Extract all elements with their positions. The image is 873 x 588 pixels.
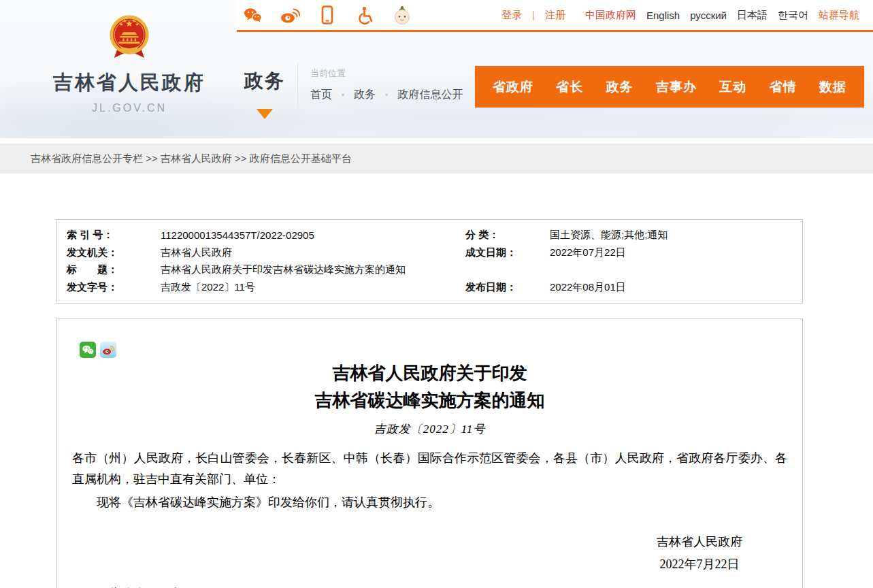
breadcrumb-home[interactable]: 首页	[310, 88, 332, 102]
weibo-share-icon[interactable]	[100, 342, 116, 358]
breadcrumb-separator: •	[385, 91, 388, 100]
lang-korean-link[interactable]: 한국어	[778, 9, 808, 22]
login-link[interactable]: 登录	[501, 9, 522, 22]
meta-value-publish-date: 2022年08月01日	[550, 281, 795, 294]
meta-value-index-no: 1122000013544357T/2022-02905	[161, 229, 465, 241]
nav-item-zhengwu[interactable]: 政务	[606, 78, 633, 96]
meta-value-issuing-agency: 吉林省人民政府	[161, 246, 465, 259]
wechat-icon[interactable]	[242, 5, 263, 25]
document-content-box: 吉林省人民政府关于印发 吉林省碳达峰实施方案的通知 吉政发〔2022〕11号 各…	[56, 318, 803, 588]
lang-japanese-link[interactable]: 日本語	[737, 9, 768, 22]
document-title-line2: 吉林省碳达峰实施方案的通知	[118, 387, 741, 414]
meta-label-publish-date: 发布日期：	[465, 281, 550, 294]
caret-down-icon	[257, 109, 273, 119]
signature-date: 2022年7月22日	[657, 553, 742, 576]
breadcrumb-zhengwu[interactable]: 政务	[354, 88, 376, 102]
breadcrumb: 首页 • 政务 • 政府信息公开	[310, 88, 463, 102]
social-icons	[242, 5, 412, 25]
meta-value-doc-number: 吉政发〔2022〕11号	[161, 281, 465, 294]
current-position-label: 当前位置	[310, 67, 463, 80]
document-number: 吉政发〔2022〕11号	[57, 421, 802, 437]
site-title: 吉林省人民政府	[46, 69, 212, 97]
wechat-share-icon[interactable]	[80, 342, 96, 358]
national-emblem-icon: ★ ★ ★ ★ ★	[108, 14, 150, 65]
current-position: 当前位置 首页 • 政务 • 政府信息公开	[310, 67, 463, 102]
public-release-note: （此件公开发布）	[96, 585, 802, 588]
accessibility-icon[interactable]	[355, 5, 375, 25]
svg-text:★: ★	[122, 18, 127, 23]
main-nav: 省政府 省长 政务 吉事办 互动 省情 数据	[475, 66, 864, 108]
site-group-nav-link[interactable]: 站群导航	[819, 9, 859, 22]
nav-item-province-info[interactable]: 省情	[770, 78, 797, 96]
share-icons	[80, 342, 116, 358]
site-header: ★ ★ ★ ★ ★ 吉林省人民政府 JL.GOV.CN	[0, 0, 873, 138]
svg-text:★: ★	[132, 18, 136, 23]
section-block: 政务	[244, 68, 286, 119]
weibo-icon[interactable]	[280, 5, 300, 25]
meta-value-category: 国土资源、能源;其他;通知	[550, 229, 795, 242]
nav-item-interaction[interactable]: 互动	[719, 78, 746, 96]
lang-russian-link[interactable]: русский	[690, 10, 727, 21]
platform-breadcrumb-text[interactable]: 吉林省政府信息公开专栏 >> 吉林省人民政府 >> 政府信息公开基础平台	[31, 152, 352, 165]
top-utility-bar: 登录 | 注册 中国政府网 English русский 日本語 한국어 站群…	[237, 0, 873, 30]
section-title: 政务	[244, 68, 286, 94]
register-link[interactable]: 注册	[545, 9, 565, 22]
document-meta-table: 索 引 号： 1122000013544357T/2022-02905 分 类：…	[56, 219, 803, 304]
lang-english-link[interactable]: English	[646, 10, 680, 21]
site-logo[interactable]: ★ ★ ★ ★ ★ 吉林省人民政府 JL.GOV.CN	[46, 14, 212, 114]
link-divider: |	[532, 10, 535, 20]
mobile-icon[interactable]	[317, 5, 337, 25]
signature-block: 吉林省人民政府 2022年7月22日	[57, 531, 802, 576]
nav-item-provincial-gov[interactable]: 省政府	[493, 78, 533, 96]
mascot-icon[interactable]	[392, 5, 412, 25]
meta-label-issuing-agency: 发文机关：	[67, 246, 161, 259]
meta-label-written-date: 成文日期：	[465, 246, 550, 259]
document-title-line1: 吉林省人民政府关于印发	[118, 360, 741, 387]
meta-label-title: 标 题：	[67, 263, 161, 276]
platform-breadcrumb-bar: 吉林省政府信息公开专栏 >> 吉林省人民政府 >> 政府信息公开基础平台	[0, 144, 873, 174]
gov-cn-link[interactable]: 中国政府网	[585, 9, 636, 22]
site-domain: JL.GOV.CN	[46, 102, 212, 114]
meta-value-title: 吉林省人民政府关于印发吉林省碳达峰实施方案的通知	[161, 263, 465, 276]
utility-links: 登录 | 注册 中国政府网 English русский 日本語 한국어 站群…	[501, 9, 859, 22]
meta-label-category: 分 类：	[465, 229, 550, 242]
meta-label-index-no: 索 引 号：	[67, 229, 161, 242]
nav-item-jishiban[interactable]: 吉事办	[656, 78, 697, 96]
meta-label-doc-number: 发文字号：	[67, 281, 161, 294]
breadcrumb-separator: •	[342, 91, 344, 100]
nav-item-governor[interactable]: 省长	[556, 78, 583, 96]
document-paragraph-directive: 现将《吉林省碳达峰实施方案》印发给你们，请认真贯彻执行。	[72, 492, 787, 513]
nav-item-data[interactable]: 数据	[819, 78, 846, 96]
page-root: ★ ★ ★ ★ ★ 吉林省人民政府 JL.GOV.CN	[0, 0, 873, 588]
document-body: 各市（州）人民政府，长白山管委会，长春新区、中韩（长春）国际合作示范区管委会，各…	[72, 448, 787, 513]
document-paragraph-recipients: 各市（州）人民政府，长白山管委会，长春新区、中韩（长春）国际合作示范区管委会，各…	[72, 448, 787, 490]
header-divider-line	[237, 30, 873, 32]
breadcrumb-info-disclosure[interactable]: 政府信息公开	[397, 88, 463, 102]
vertical-divider	[297, 63, 298, 107]
document-title: 吉林省人民政府关于印发 吉林省碳达峰实施方案的通知	[118, 360, 741, 414]
meta-value-written-date: 2022年07月22日	[550, 246, 795, 259]
signature-name: 吉林省人民政府	[657, 531, 742, 553]
